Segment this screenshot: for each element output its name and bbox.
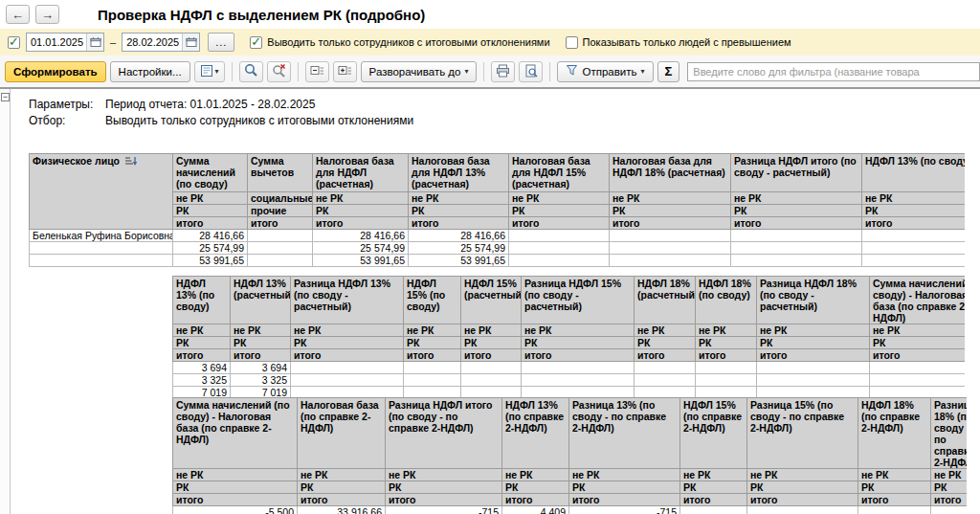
excess-checkbox[interactable] [566,36,578,49]
data-cell[interactable] [248,255,313,267]
data-cell[interactable] [30,255,173,267]
data-cell[interactable] [731,242,862,255]
data-cell[interactable] [870,362,966,374]
subheader-cell[interactable]: РК [509,205,610,217]
subheader-cell[interactable]: РК [757,337,870,349]
subheader-cell[interactable]: РК [231,337,291,349]
subheader-cell[interactable]: РК [313,205,409,217]
data-cell[interactable] [291,374,404,387]
data-cell[interactable]: -715 [569,506,680,514]
column-header[interactable]: НДФЛ 18% (расчетный) [635,277,696,324]
subheader-cell[interactable]: прочие [248,205,313,217]
data-cell[interactable] [291,362,404,374]
data-cell[interactable]: 3 325 [173,374,231,387]
date-to-value[interactable]: 28.02.2025 [122,36,182,48]
data-cell[interactable]: 4 409 [502,506,569,514]
print-button[interactable] [491,61,515,82]
data-cell[interactable]: 28 416,66 [409,230,509,242]
column-header[interactable]: Разница 15% (по своду - по справке 2-НДФ… [747,398,858,469]
subheader-cell[interactable]: итого [313,217,409,230]
data-cell[interactable] [248,242,313,255]
calendar-icon[interactable] [182,34,199,51]
filter-input[interactable] [687,62,980,81]
column-header[interactable]: Налоговая база (по справке 2-НДФЛ) [298,398,386,469]
subheader-cell[interactable]: итого [610,217,731,230]
cancel-search-button[interactable] [267,61,291,82]
column-header[interactable]: Сумма вычетов [248,154,313,192]
subheader-cell[interactable]: не РК [862,192,966,205]
data-cell[interactable] [757,374,870,387]
period-options-button[interactable]: ... [208,33,234,52]
data-cell[interactable] [870,374,966,387]
data-cell[interactable] [610,242,731,255]
column-header[interactable]: Сумма начислений (по своду) - Налоговая … [173,398,298,469]
column-header[interactable]: Налоговая база для НДФЛ (расчетная) [313,154,409,192]
data-cell[interactable] [509,230,610,242]
data-cell[interactable]: 28 416,66 [173,230,248,242]
column-header[interactable]: НДФЛ 18% (по своду) [696,277,757,324]
subheader-cell[interactable]: итого [404,349,461,362]
subheader-cell[interactable]: не РК [522,324,635,337]
data-cell[interactable] [858,506,931,514]
subheader-cell[interactable]: итого [931,494,968,506]
settings-button[interactable]: Настройки... [110,61,190,82]
column-header[interactable]: Налоговая база для НДФЛ 15% (расчетная) [509,154,610,192]
subheader-cell[interactable]: итого [696,349,757,362]
subheader-cell[interactable]: итого [409,217,509,230]
expand-groups-button[interactable] [333,61,357,82]
data-cell[interactable] [509,242,610,255]
data-cell[interactable]: 33 916,66 [298,506,386,514]
data-cell[interactable]: 25 574,99 [409,242,509,255]
subheader-cell[interactable]: не РК [461,324,522,337]
subheader-cell[interactable]: РК [635,337,696,349]
column-header[interactable]: Сумма начислений (по своду) - Налоговая … [870,277,966,324]
collapse-groups-button[interactable] [305,61,329,82]
subheader-cell[interactable]: РК [862,205,966,217]
subheader-cell[interactable]: РК [858,481,931,494]
excess-label[interactable]: Показывать только людей с превышением [583,36,791,48]
subheader-cell[interactable]: итого [731,217,862,230]
generate-button[interactable]: Сформировать [5,61,106,82]
subheader-cell[interactable]: итого [173,217,248,230]
column-header[interactable]: НДФЛ 13% (по своду) [862,154,966,192]
column-header[interactable]: Физическое лицо [30,154,173,230]
data-cell[interactable]: -5 500 [173,506,298,514]
subheader-cell[interactable]: не РК [696,324,757,337]
subheader-cell[interactable]: итого [858,494,931,506]
subheader-cell[interactable]: итого [680,494,747,506]
data-cell[interactable]: 53 991,65 [173,255,248,267]
subheader-cell[interactable]: итого [509,217,610,230]
subheader-cell[interactable]: итого [862,217,966,230]
subheader-cell[interactable]: РК [173,481,298,494]
print-preview-button[interactable] [519,61,543,82]
column-header[interactable]: НДФЛ 13% (расчетный) [231,277,291,324]
deviations-label[interactable]: Выводить только сотрудников с итоговыми … [267,36,549,48]
subheader-cell[interactable]: итого [298,494,386,506]
column-header[interactable]: Налоговая база для НДФЛ 13% (расчетная) [409,154,509,192]
column-header[interactable]: НДФЛ 15% (по своду) [404,277,461,324]
data-cell[interactable]: Беленькая Руфина Борисовна [30,230,173,242]
subheader-cell[interactable]: социальные [248,192,313,205]
subheader-cell[interactable]: РК [173,337,231,349]
period-checkbox[interactable] [8,36,20,49]
subheader-cell[interactable]: не РК [931,469,968,481]
data-cell[interactable] [522,374,635,387]
data-cell[interactable] [696,374,757,387]
subheader-cell[interactable]: не РК [610,192,731,205]
data-cell[interactable] [522,362,635,374]
subheader-cell[interactable]: не РК [731,192,862,205]
data-cell[interactable]: 53 991,65 [313,255,409,267]
subheader-cell[interactable]: РК [610,205,731,217]
column-header[interactable]: НДФЛ 18% (по справке 2-НДФЛ) [858,398,931,469]
data-cell[interactable]: 25 574,99 [173,242,248,255]
data-cell[interactable] [30,242,173,255]
column-header[interactable]: Разница 13% (по своду - по справке 2-НДФ… [569,398,680,469]
subheader-cell[interactable]: не РК [680,469,747,481]
column-header[interactable]: Сумма начислений (по своду) [173,154,248,192]
data-cell[interactable] [731,230,862,242]
date-from-field[interactable]: 01.01.2025 [26,33,104,52]
subheader-cell[interactable]: итого [870,349,966,362]
column-header[interactable]: НДФЛ 13% (по своду) [173,277,231,324]
subheader-cell[interactable]: не РК [870,324,966,337]
back-button[interactable]: ← [6,5,30,24]
